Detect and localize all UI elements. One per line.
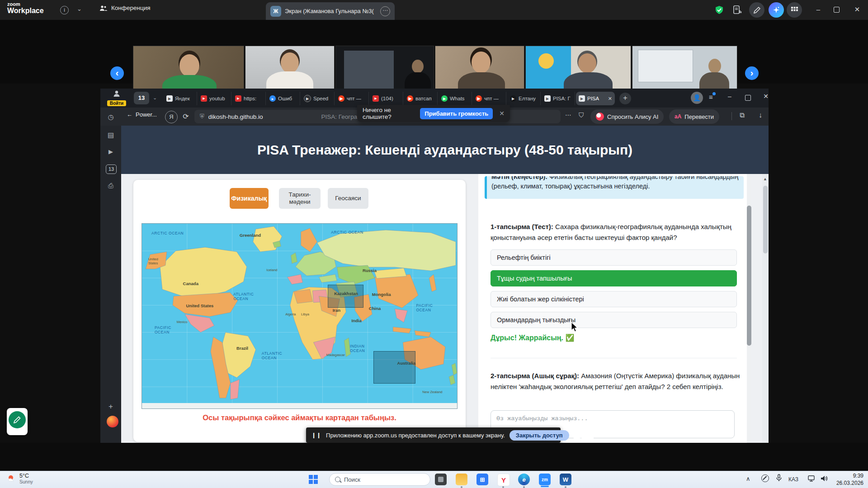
panels-icon[interactable]: ▤: [106, 131, 116, 139]
do-not-disturb-icon[interactable]: [761, 474, 769, 482]
maximize-icon[interactable]: [834, 7, 840, 13]
close-icon[interactable]: ✕: [499, 110, 505, 117]
browser-tab[interactable]: ▶ (104) ✕: [370, 92, 403, 105]
alisa-orb-icon[interactable]: [107, 416, 118, 427]
stop-share-button[interactable]: Закрыть доступ: [509, 430, 569, 441]
search-placeholder: Поиск: [344, 476, 360, 483]
world-map[interactable]: ARCTIC OCEANARCTIC OCEANGreenlandUnited …: [142, 223, 458, 409]
site-shield-icon[interactable]: ⛨: [200, 113, 204, 120]
browser-tab[interactable]: ▶ PISA: Г ✕: [542, 92, 575, 105]
start-button[interactable]: [308, 474, 318, 486]
add-icon[interactable]: +: [106, 402, 116, 411]
browser-tab[interactable]: ▶ PISA ✕: [576, 92, 615, 105]
taskbar-clock[interactable]: 9:39 26.03.2026: [832, 473, 863, 487]
browser-avatar[interactable]: 👤: [691, 92, 703, 104]
screen: zoom Workplace i ⌄ Конференция Ж Экран (…: [0, 0, 868, 488]
ai-companion-icon[interactable]: [769, 2, 784, 18]
translate-button[interactable]: аА Перевести: [669, 109, 719, 124]
yandex-button[interactable]: Я: [165, 111, 178, 123]
pause-icon[interactable]: ❙❙: [311, 432, 321, 438]
region-highlight-australia[interactable]: [373, 351, 415, 384]
region-highlight-kazakhstan[interactable]: [328, 285, 363, 308]
back-button[interactable]: ← Power...: [127, 111, 157, 118]
browser-tab[interactable]: ▶ Ошиб ✕: [267, 92, 300, 105]
increase-volume-button[interactable]: Прибавить громкость: [420, 108, 493, 119]
answer-option-4[interactable]: Ормандардың тығыздығы: [491, 312, 737, 328]
taskbar-app-snipping[interactable]: [435, 474, 447, 485]
volume-icon[interactable]: [820, 475, 828, 484]
tab-close-icon[interactable]: ✕: [608, 96, 612, 102]
bookmark-icon[interactable]: ⛉: [579, 111, 584, 119]
browser-tab[interactable]: ▶ youtub ✕: [198, 92, 231, 105]
taskbar-search[interactable]: Поиск: [329, 473, 430, 486]
hide-link[interactable]: Скрыть: [574, 432, 594, 439]
more-options-icon[interactable]: ⋯: [380, 6, 390, 16]
browser-minimize-icon[interactable]: –: [723, 93, 736, 100]
browser-profile-button[interactable]: Войти: [104, 90, 129, 107]
browser-tab[interactable]: ▶ ватсап ✕: [404, 92, 438, 105]
apps-grid-icon[interactable]: [787, 2, 802, 18]
browser-menu-icon[interactable]: ≡: [709, 93, 713, 101]
map-label: Greenland: [240, 233, 261, 238]
tab-meeting[interactable]: Конференция: [99, 5, 151, 11]
tabs-count-icon[interactable]: 13: [106, 164, 117, 174]
tab-counter[interactable]: 13: [134, 92, 149, 104]
annotate-pencil-icon[interactable]: [749, 2, 764, 18]
tab-historical-cultural[interactable]: Тарихи-мәдени: [279, 188, 321, 209]
browser-tab[interactable]: ▶ чпт — ✕: [473, 92, 506, 105]
browser-tab[interactable]: ▶ https: ✕: [232, 92, 266, 105]
taskbar-app-yandex[interactable]: Y: [497, 474, 510, 486]
scroll-right-icon[interactable]: ›: [745, 66, 759, 80]
tab-geopolitical[interactable]: Геосаяси: [328, 188, 368, 209]
ask-alice-button[interactable]: Спросить Алису AI: [590, 109, 664, 124]
refresh-icon[interactable]: ⟳: [180, 111, 192, 122]
security-shield-icon[interactable]: [712, 2, 727, 18]
tab-physical[interactable]: Физикалық: [230, 188, 269, 209]
question-2: 2-тапсырма (Ашық сұрақ): Амазония (Оңтүс…: [491, 371, 741, 392]
tab-screen-share[interactable]: Ж Экран (Жаманова Гульнара №3( ⋯: [266, 2, 395, 20]
browser-tab[interactable]: ▶ Яндек ✕: [164, 92, 197, 105]
browser-tab[interactable]: ▶ чпт — ✕: [335, 92, 369, 105]
video-strip: ‹ › Абайский р-он п.Топар ОШ им... Қарқа…: [0, 20, 868, 84]
browser-maximize-icon[interactable]: [745, 95, 751, 101]
tray-expand-icon[interactable]: ∧: [746, 475, 750, 482]
play-icon[interactable]: ▶: [106, 148, 116, 155]
taskbar-app-word[interactable]: W: [560, 474, 571, 485]
close-icon[interactable]: ✕: [851, 5, 863, 14]
answer-option-2-selected[interactable]: Тұщы судың тапшылығы: [491, 270, 737, 286]
browser-scrollbar[interactable]: ▲: [762, 174, 769, 443]
language-indicator[interactable]: КАЗ: [788, 476, 798, 483]
browser-tab[interactable]: ▶ Speed ✕: [301, 92, 335, 105]
browser-tab[interactable]: ▶ Елтану ✕: [507, 92, 541, 105]
panel-scrollbar[interactable]: [747, 174, 751, 443]
mic-tray-icon[interactable]: [776, 474, 782, 484]
more-options-icon[interactable]: ⋯: [565, 111, 571, 118]
taskbar-app-store[interactable]: ⊞: [476, 474, 488, 485]
browser-close-icon[interactable]: ✕: [760, 93, 772, 100]
download-icon[interactable]: ↓: [759, 111, 762, 119]
chevron-down-icon[interactable]: ⌄: [153, 95, 157, 101]
page-title: PISA Тренажер: Кешенді аудандастыру (48-…: [257, 142, 632, 158]
taskbar-app-zoom-active[interactable]: zm: [539, 474, 551, 485]
network-icon[interactable]: [807, 475, 816, 484]
tab-label: Whats: [450, 96, 465, 101]
info-icon[interactable]: i: [60, 6, 69, 14]
history-clock-icon[interactable]: ◷: [106, 113, 116, 121]
weather-widget[interactable]: 5°C Sunny: [6, 473, 33, 484]
captions-icon[interactable]: [730, 2, 745, 18]
chevron-down-icon[interactable]: ⌄: [77, 5, 82, 12]
taskbar-app-explorer[interactable]: [456, 474, 467, 485]
tab-label: https:: [244, 96, 256, 101]
extensions-icon[interactable]: ⧉: [740, 111, 745, 119]
map-label: ARCTIC OCEAN: [331, 230, 363, 235]
camera-icon[interactable]: ⎙: [106, 182, 116, 190]
browser-tab[interactable]: ▶ Whats ✕: [439, 92, 472, 105]
annotate-button[interactable]: [9, 411, 26, 428]
answer-option-3[interactable]: Жиі болатын жер сілкіністері: [491, 291, 737, 307]
minimize-icon[interactable]: –: [812, 5, 825, 13]
new-tab-icon[interactable]: +: [619, 93, 631, 104]
screen-share-bar: ❙❙ Приложению app.zoom.us предоставлен д…: [306, 427, 561, 443]
answer-option-1[interactable]: Рельефтің биіктігі: [491, 249, 737, 266]
taskbar-app-edge[interactable]: e: [518, 474, 530, 485]
scroll-left-icon[interactable]: ‹: [110, 66, 124, 80]
